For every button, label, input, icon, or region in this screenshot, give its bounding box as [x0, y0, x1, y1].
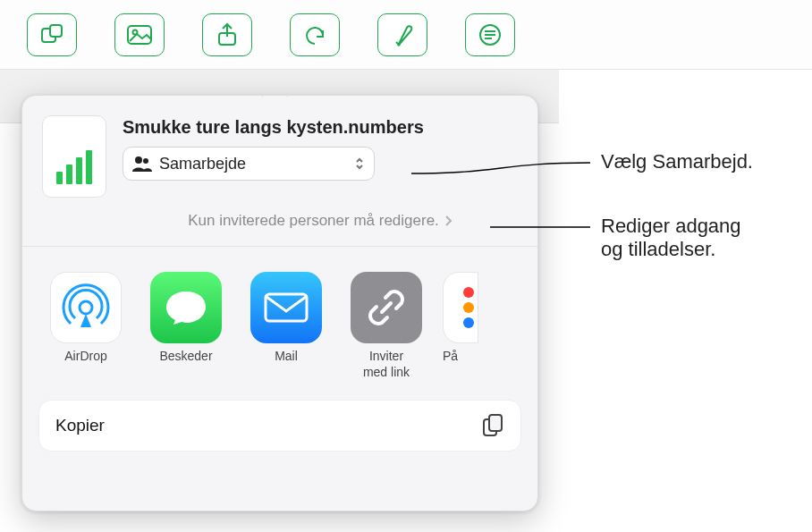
mail-icon: [250, 272, 322, 343]
airdrop-icon: [50, 272, 122, 343]
share-apps-row[interactable]: AirDrop Beskeder Mail Inviter med link P…: [22, 247, 537, 398]
document-thumbnail: [42, 115, 106, 198]
share-app-label: Inviter med link: [363, 349, 410, 380]
permissions-row[interactable]: Kun inviterede personer må redigere.: [42, 212, 518, 230]
permissions-text: Kun inviterede personer må redigere.: [188, 212, 439, 230]
svg-rect-1: [50, 25, 62, 37]
document-filename: Smukke ture langs kysten.numbers: [123, 117, 518, 138]
people-icon: [132, 156, 152, 172]
share-app-label: AirDrop: [64, 349, 106, 365]
svg-point-7: [143, 158, 148, 164]
share-mode-selector[interactable]: Samarbejde: [123, 147, 375, 181]
copy-action[interactable]: Kopier: [38, 400, 521, 452]
chevron-up-down-icon: [354, 156, 365, 171]
share-app-mail[interactable]: Mail: [242, 272, 330, 365]
link-icon: [351, 272, 422, 343]
reminders-icon: [443, 272, 478, 343]
share-mode-label: Samarbejde: [159, 155, 246, 173]
share-app-label: På: [443, 349, 458, 365]
media-button[interactable]: [114, 13, 165, 56]
more-button[interactable]: [465, 13, 515, 56]
svg-point-8: [80, 301, 92, 314]
svg-rect-9: [266, 294, 307, 321]
share-button[interactable]: [202, 13, 252, 56]
callout-permissions: Rediger adgang og tilladelser.: [601, 215, 741, 261]
share-sheet-header: Smukke ture langs kysten.numbers Samarbe…: [22, 96, 537, 247]
chevron-right-icon: [444, 215, 453, 227]
insert-shape-button[interactable]: [27, 13, 77, 56]
share-app-messages[interactable]: Beskeder: [142, 272, 230, 365]
undo-button[interactable]: [290, 13, 340, 56]
share-app-label: Mail: [275, 349, 298, 365]
svg-point-6: [135, 156, 142, 164]
copy-icon: [481, 413, 504, 438]
share-app-label: Beskeder: [159, 349, 212, 365]
callout-collaborate: Vælg Samarbejd.: [601, 150, 753, 173]
messages-icon: [150, 272, 222, 343]
share-sheet: Smukke ture langs kysten.numbers Samarbe…: [21, 95, 538, 511]
svg-rect-11: [489, 415, 502, 431]
share-app-reminders[interactable]: På: [443, 272, 478, 365]
app-toolbar: [0, 0, 812, 70]
share-app-invite-link[interactable]: Inviter med link: [343, 272, 430, 380]
format-button[interactable]: [377, 13, 427, 56]
share-app-airdrop[interactable]: AirDrop: [42, 272, 130, 365]
copy-label: Kopier: [55, 416, 105, 435]
